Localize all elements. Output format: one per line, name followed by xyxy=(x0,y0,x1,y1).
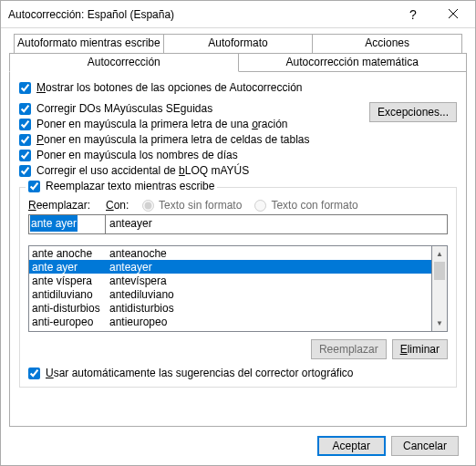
formatted-text-radio[interactable] xyxy=(254,200,266,212)
tab-row-back: Autoformato mientras escribe Autoformato… xyxy=(14,34,462,53)
formatted-text-radio-wrap: Texto con formato xyxy=(254,199,357,212)
day-names-checkbox[interactable] xyxy=(19,150,31,161)
tab-row-front: Autocorrección Autocorrección matemática xyxy=(9,53,467,72)
close-button[interactable] xyxy=(433,2,473,27)
list-item-to: anteanoche xyxy=(107,247,431,260)
two-caps-checkbox[interactable] xyxy=(19,103,31,115)
first-sentence-label: Poner en mayúscula la primera letra de u… xyxy=(36,118,288,130)
use-suggestions-checkbox[interactable] xyxy=(28,368,40,379)
window-title: Autocorrección: Español (España) xyxy=(8,8,393,21)
list-item-to: antediluviano xyxy=(107,288,431,301)
scroll-thumb[interactable] xyxy=(434,262,445,280)
two-caps-label: Corregir DOs MAyúsculas SEguidas xyxy=(36,102,212,115)
show-options-label: Mostrar los botones de las opciones de A… xyxy=(36,81,303,94)
list-item[interactable]: antidiluvianoantediluviano xyxy=(29,287,431,301)
with-input[interactable]: anteayer xyxy=(106,214,448,234)
replace-group-legend: Reemplazar texto mientras escribe xyxy=(26,180,217,192)
scroll-track[interactable] xyxy=(432,262,447,316)
list-item-to: anteayer xyxy=(107,261,431,274)
plain-text-radio[interactable] xyxy=(142,200,154,212)
tab-panel-autocorrect: Mostrar los botones de las opciones de A… xyxy=(9,72,467,427)
tab-math-autocorrect[interactable]: Autocorrección matemática xyxy=(239,53,468,72)
tab-autoformat-typing[interactable]: Autoformato mientras escribe xyxy=(14,34,164,53)
replace-column-label: Reemplazar: xyxy=(28,199,106,212)
list-item-from: ante ayer xyxy=(29,261,107,274)
list-item[interactable]: ante anocheanteanoche xyxy=(29,246,431,260)
dialog-window: Autocorrección: Español (España) ? Autof… xyxy=(0,0,476,466)
caps-lock-checkbox[interactable] xyxy=(19,165,31,177)
scroll-up-button[interactable]: ▲ xyxy=(432,246,447,262)
help-button[interactable]: ? xyxy=(393,2,433,27)
titlebar: Autocorrección: Español (España) ? xyxy=(1,1,475,28)
chevron-up-icon: ▲ xyxy=(436,250,443,258)
plain-text-radio-label: Texto sin formato xyxy=(159,199,242,212)
ok-button[interactable]: Aceptar xyxy=(317,436,386,456)
first-cell-label: Poner en mayúscula la primera letra de c… xyxy=(36,133,310,146)
with-column-label: Con: xyxy=(106,199,142,212)
use-suggestions-label: Usar automáticamente las sugerencias del… xyxy=(46,367,354,379)
replace-while-typing-checkbox[interactable] xyxy=(28,181,40,192)
list-item-to: antevíspera xyxy=(107,274,431,287)
tab-autocorrect[interactable]: Autocorrección xyxy=(9,53,239,72)
show-options-checkbox[interactable] xyxy=(19,82,31,94)
day-names-label: Poner en mayúscula los nombres de días xyxy=(36,149,238,161)
list-item[interactable]: anti-disturbiosantidisturbios xyxy=(29,301,431,315)
dialog-buttons: Aceptar Cancelar xyxy=(9,427,467,465)
formatted-text-radio-label: Texto con formato xyxy=(271,199,357,212)
exceptions-button[interactable]: Excepciones... xyxy=(369,102,457,122)
close-icon xyxy=(449,8,458,21)
replace-group: Reemplazar texto mientras escribe Reempl… xyxy=(19,187,457,388)
tab-actions[interactable]: Acciones xyxy=(313,34,462,53)
plain-text-radio-wrap: Texto sin formato xyxy=(142,199,242,212)
list-item-from: ante anoche xyxy=(29,247,107,260)
replace-input[interactable]: ante ayer xyxy=(28,214,106,234)
list-scrollbar[interactable]: ▲ ▼ xyxy=(432,245,448,332)
list-item-from: anti-europeo xyxy=(29,316,107,328)
first-cell-checkbox[interactable] xyxy=(19,134,31,146)
list-item-to: antidisturbios xyxy=(107,302,431,315)
help-icon: ? xyxy=(409,7,417,22)
chevron-down-icon: ▼ xyxy=(436,319,443,327)
tab-autoformat[interactable]: Autoformato xyxy=(164,34,314,53)
list-item-from: ante víspera xyxy=(29,274,107,287)
list-item-to: antieuropeo xyxy=(107,316,431,328)
cancel-button[interactable]: Cancelar xyxy=(391,436,459,456)
replace-button[interactable]: Reemplazar xyxy=(311,339,387,359)
list-item[interactable]: ante vísperaantevíspera xyxy=(29,274,431,287)
replace-while-typing-label: Reemplazar texto mientras escribe xyxy=(46,180,214,192)
first-sentence-checkbox[interactable] xyxy=(19,119,31,130)
list-item[interactable]: ante ayeranteayer xyxy=(29,260,431,274)
dialog-content: Autoformato mientras escribe Autoformato… xyxy=(1,28,475,465)
autocorrect-list[interactable]: ante anocheanteanocheante ayeranteayeran… xyxy=(28,245,432,332)
delete-button[interactable]: Eliminar xyxy=(392,339,448,359)
list-item[interactable]: anti-europeoantieuropeo xyxy=(29,315,431,328)
list-item-from: antidiluviano xyxy=(29,288,107,301)
scroll-down-button[interactable]: ▼ xyxy=(432,316,447,331)
caps-lock-label: Corregir el uso accidental de bLOQ mAYÚS xyxy=(36,164,249,177)
list-item-from: anti-disturbios xyxy=(29,302,107,315)
